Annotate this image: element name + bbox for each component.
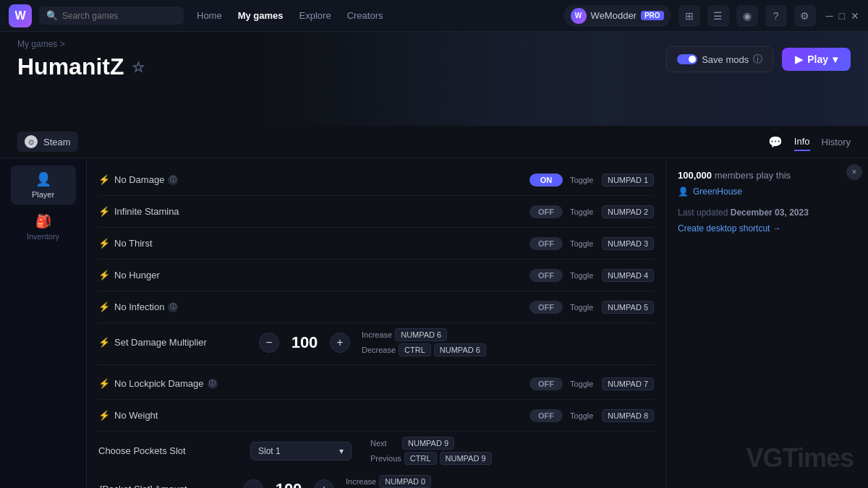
mod-row-pocket-amount: [Pocket Slot] Amount − 100 + Increase NU… <box>98 470 654 488</box>
stepper-controls-pocket-amount: − 100 + <box>243 479 334 489</box>
key-badge-stamina: NUMPAD 2 <box>602 205 654 218</box>
mod-row-damage-multiplier: ⚡ Set Damage Multiplier − 100 + Increase… <box>98 323 654 361</box>
mod-name-infinite-stamina: Infinite Stamina <box>114 206 529 217</box>
decrease-damage-mult-button[interactable]: − <box>259 333 279 353</box>
nav-explore[interactable]: Explore <box>299 10 331 21</box>
pocket-slot-select[interactable]: Slot 1 ▾ <box>250 442 352 461</box>
favorite-star-icon[interactable]: ☆ <box>132 59 145 76</box>
search-input[interactable] <box>62 11 176 21</box>
increase-key-damage-mult: NUMPAD 6 <box>395 328 447 341</box>
person-icon: 👤 <box>678 187 689 197</box>
bolt-icon-lockpick: ⚡ <box>98 378 110 389</box>
stepper-name-pocket-amount: [Pocket Slot] Amount <box>98 484 243 488</box>
bolt-icon-no-damage: ⚡ <box>98 174 110 185</box>
author-name: GreenHouse <box>693 187 742 197</box>
decrease-label-damage-mult: Decrease <box>362 346 396 354</box>
increase-damage-mult-button[interactable]: + <box>330 333 350 353</box>
key-badge-no-damage: NUMPAD 1 <box>602 174 654 187</box>
search-box[interactable]: 🔍 <box>39 7 184 25</box>
nav-home[interactable]: Home <box>197 10 222 21</box>
damage-mult-decrease-row: Decrease CTRL NUMPAD 6 <box>362 343 486 356</box>
mod-name-no-weight: No Weight <box>114 410 529 421</box>
minimize-button[interactable]: ─ <box>826 10 833 22</box>
info-dot-no-infection[interactable]: ⓘ <box>168 302 178 312</box>
toggle-no-damage[interactable]: ON <box>529 174 563 187</box>
nav-creators[interactable]: Creators <box>347 10 383 21</box>
key-label-stamina: Toggle <box>570 207 599 216</box>
next-label-pocket-slot: Next <box>370 439 399 448</box>
play-button[interactable]: ▶ Play ▾ <box>782 48 851 71</box>
key-group-weight: Toggle NUMPAD 8 <box>570 409 654 422</box>
toggle-no-thirst[interactable]: OFF <box>529 237 563 250</box>
nav-right: W WeModder PRO ⊞ ☰ ◉ ? ⚙ ─ □ ✕ <box>563 5 859 27</box>
key-badge-hunger: NUMPAD 4 <box>602 269 654 282</box>
sidebar-item-inventory[interactable]: 🎒 Inventory <box>11 207 76 247</box>
toggle-no-weight[interactable]: OFF <box>529 409 563 422</box>
hero-actions: Save mods ⓘ ▶ Play ▾ <box>666 46 851 72</box>
mod-name-no-infection: No Infection ⓘ <box>114 301 529 312</box>
bolt-icon-stamina: ⚡ <box>98 206 110 217</box>
damage-mult-value: 100 <box>286 333 323 352</box>
toggle-no-hunger[interactable]: OFF <box>529 269 563 282</box>
prev-key1-pocket-slot: CTRL <box>404 452 437 465</box>
close-button[interactable]: ✕ <box>851 10 859 22</box>
increase-label-pocket-amount: Increase <box>346 477 376 486</box>
next-key-pocket-slot: NUMPAD 9 <box>402 437 454 450</box>
key-label-hunger: Toggle <box>570 271 599 280</box>
increase-key-pocket-amount: NUMPAD 0 <box>379 475 431 488</box>
decrease-pocket-amount-button[interactable]: − <box>243 479 263 489</box>
player-icon: 👤 <box>35 171 51 187</box>
increase-pocket-amount-button[interactable]: + <box>314 479 334 489</box>
pocket-slot-label: Choose Pockets Slot <box>98 445 243 456</box>
platform-row: ⊙ Steam 💬 Info History <box>0 126 868 158</box>
sidebar-label-player: Player <box>32 190 54 199</box>
mod-row-no-damage: ⚡ No Damage ⓘ ON Toggle NUMPAD 1 <box>98 164 654 196</box>
nav-my-games[interactable]: My games <box>238 10 284 21</box>
pocket-slot-chevron-icon: ▾ <box>339 446 344 456</box>
steam-badge: ⊙ Steam <box>17 132 78 152</box>
play-icon: ▶ <box>795 53 803 65</box>
inventory-icon: 🎒 <box>35 213 51 229</box>
toggle-no-lockpick-damage[interactable]: OFF <box>529 377 563 390</box>
decrease-key2-damage-mult: NUMPAD 6 <box>434 343 486 356</box>
tab-info[interactable]: Info <box>794 133 810 151</box>
info-dot-lockpick[interactable]: ⓘ <box>208 379 218 389</box>
sidebar-item-player[interactable]: 👤 Player <box>11 166 76 205</box>
help-icon-btn[interactable]: ? <box>765 5 787 27</box>
hero-section: My games > HumanitZ ☆ Save mods ⓘ ▶ Play… <box>0 32 868 126</box>
info-dot-save: ⓘ <box>753 53 762 66</box>
mod-row-no-thirst: ⚡ No Thirst OFF Toggle NUMPAD 3 <box>98 228 654 260</box>
maximize-button[interactable]: □ <box>839 10 845 22</box>
info-panel: × 100,000 members play this 👤 GreenHouse… <box>665 158 868 488</box>
close-panel-button[interactable]: × <box>846 164 862 180</box>
topnav: W 🔍 Home My games Explore Creators W WeM… <box>0 0 868 32</box>
create-shortcut-link[interactable]: Create desktop shortcut → <box>678 223 856 234</box>
info-dot-no-damage[interactable]: ⓘ <box>168 175 178 185</box>
pocket-amount-increase-row: Increase NUMPAD 0 <box>346 475 470 488</box>
mod-row-no-lockpick-damage: ⚡ No Lockpick Damage ⓘ OFF Toggle NUMPAD… <box>98 368 654 400</box>
settings-icon-btn[interactable]: ⚙ <box>794 5 816 27</box>
key-group-thirst: Toggle NUMPAD 3 <box>570 237 654 250</box>
steam-icon: ⊙ <box>25 135 38 148</box>
grid-icon-btn[interactable]: ⊞ <box>678 5 700 27</box>
pocket-slot-keys: Next NUMPAD 9 Previous CTRL NUMPAD 9 <box>370 437 492 465</box>
section-divider <box>98 364 654 365</box>
bolt-icon-infection: ⚡ <box>98 301 110 312</box>
content-area: ⚡ No Damage ⓘ ON Toggle NUMPAD 1 ⚡ Infin… <box>87 158 665 488</box>
key-label-weight: Toggle <box>570 411 599 420</box>
chat-icon[interactable]: 💬 <box>768 135 783 149</box>
play-dropdown-icon: ▾ <box>833 53 838 65</box>
play-label: Play <box>807 53 828 65</box>
breadcrumb-link[interactable]: My games > <box>17 39 65 49</box>
mod-row-infinite-stamina: ⚡ Infinite Stamina OFF Toggle NUMPAD 2 <box>98 196 654 228</box>
nav-links: Home My games Explore Creators <box>197 10 383 21</box>
list-icon-btn[interactable]: ☰ <box>707 5 729 27</box>
save-mods-button[interactable]: Save mods ⓘ <box>666 46 773 72</box>
toggle-infinite-stamina[interactable]: OFF <box>529 205 563 218</box>
save-toggle[interactable] <box>677 54 697 64</box>
platform-label: Steam <box>43 137 71 147</box>
pocket-slot-row: Choose Pockets Slot Slot 1 ▾ Next NUMPAD… <box>98 432 654 470</box>
discord-icon-btn[interactable]: ◉ <box>736 5 758 27</box>
tab-history[interactable]: History <box>822 134 851 150</box>
toggle-no-infection[interactable]: OFF <box>529 301 563 314</box>
